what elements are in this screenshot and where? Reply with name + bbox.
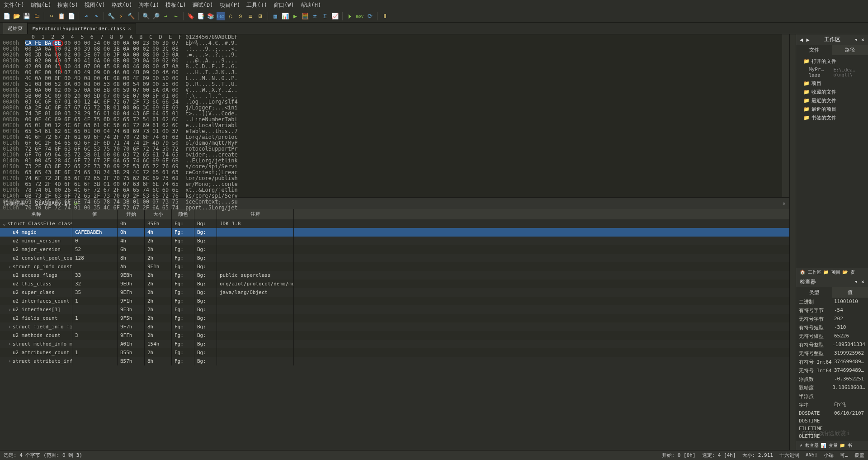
- template-row[interactable]: u2 major_version526h2hFg:Bg:: [0, 245, 789, 254]
- menu-item[interactable]: 模板(L): [165, 1, 186, 9]
- inspector-row[interactable]: 字串Êþº¾: [796, 401, 868, 409]
- inspector-row[interactable]: 无符号整型3199925962: [796, 349, 868, 358]
- close-icon[interactable]: ×: [128, 26, 131, 32]
- tab-project[interactable]: 📁 项目: [823, 269, 840, 275]
- tree-folder[interactable]: 📁打开的文件: [796, 57, 868, 66]
- tree-folder[interactable]: 📁项目: [796, 79, 868, 88]
- table-icon[interactable]: ▦: [271, 12, 279, 20]
- template-row[interactable]: u2 constant_pool_count1288h2hFg:Bg:: [0, 254, 789, 262]
- menu-item[interactable]: 调试(D): [193, 1, 213, 9]
- minimap[interactable]: [789, 34, 796, 450]
- findnext-icon[interactable]: 🔎: [152, 12, 160, 20]
- sum-icon[interactable]: Σ: [321, 12, 329, 20]
- inspector-row[interactable]: 有符号字节-54: [796, 306, 868, 315]
- insp-col-value[interactable]: 值: [832, 287, 868, 298]
- undo-icon[interactable]: ↶: [82, 12, 90, 20]
- goto-icon[interactable]: ➡: [162, 12, 170, 20]
- menu-item[interactable]: 帮助(H): [301, 1, 321, 9]
- menu-item[interactable]: 搜索(S): [57, 1, 78, 9]
- hex-scrollbar[interactable]: [782, 34, 789, 197]
- menu-item[interactable]: 脚本(I): [138, 1, 159, 9]
- menu-item[interactable]: 窗口(W): [274, 1, 294, 9]
- insp-col-type[interactable]: 类型: [796, 287, 832, 298]
- bookmark2-icon[interactable]: 📑: [197, 12, 205, 20]
- chart-icon[interactable]: 📊: [281, 12, 289, 20]
- template-row[interactable]: u2 minor_version04h2hFg:Bg:: [0, 237, 789, 245]
- inspector-row[interactable]: 双精度3.18618608…: [796, 384, 868, 392]
- tool1-icon[interactable]: 🔧: [107, 12, 115, 20]
- template-results-grid[interactable]: 名称值开始大小颜色注释 ⌄struct ClassFile classFile0…: [0, 209, 789, 450]
- step-icon[interactable]: ⏵: [346, 12, 354, 20]
- pause-icon[interactable]: ⏸: [381, 12, 389, 20]
- menu-icon[interactable]: ▾ ×: [854, 279, 864, 285]
- menu-item[interactable]: 视图(V): [85, 1, 105, 9]
- bookmark-icon[interactable]: 🔖: [187, 12, 195, 20]
- tab-workspace[interactable]: 🏠 工作区: [800, 269, 821, 275]
- tree-folder[interactable]: 📁最近的项目: [796, 105, 868, 114]
- copy-icon[interactable]: 📋: [57, 12, 66, 20]
- template-row[interactable]: u2 interfaces_count19F1h2hFg:Bg:: [0, 297, 789, 305]
- inspector-row[interactable]: DOSTIME: [796, 417, 868, 425]
- redo-icon[interactable]: ↷: [92, 12, 100, 20]
- inspector-row[interactable]: 无符号短型65226: [796, 332, 868, 341]
- template-row[interactable]: u2 methods_count39FFh2hFg:Bg:: [0, 331, 789, 340]
- menu-item[interactable]: 工具(T): [246, 1, 267, 9]
- workspace-tree[interactable]: 📁打开的文件MyPr…lassE:\idea…o\mqtt\📁项目📁收藏的文件📁…: [796, 55, 868, 124]
- t1-icon[interactable]: ⎌: [226, 12, 235, 20]
- refresh-icon[interactable]: ⟳: [366, 12, 374, 20]
- grid-icon[interactable]: ⊞: [256, 12, 264, 20]
- tab-file[interactable]: MyProtocolSupportProvider.class×: [28, 23, 136, 34]
- tree-folder[interactable]: 📁书签的文件: [796, 114, 868, 122]
- tab-variables[interactable]: 📊 变量: [821, 442, 838, 449]
- bookmark3-icon[interactable]: 📚: [207, 12, 215, 20]
- menu-item[interactable]: 文件(F): [4, 1, 24, 9]
- goback-icon[interactable]: ⬅: [172, 12, 180, 20]
- template-row[interactable]: u2 attributes_count1B55h2hFg:Bg:: [0, 348, 789, 357]
- bolt-icon[interactable]: ⚡: [117, 12, 125, 20]
- tab-bookmarks[interactable]: 📁 书: [840, 442, 852, 449]
- inspector-row[interactable]: 二进制11001010: [796, 298, 868, 306]
- hex-label-icon[interactable]: Hex: [217, 12, 225, 20]
- tab-inspector[interactable]: ⚡ 检查器: [800, 442, 819, 449]
- menu-item[interactable]: 项目(P): [220, 1, 241, 9]
- inspector-row[interactable]: 浮点数-0.3652251: [796, 375, 868, 384]
- menu-item[interactable]: 格式(O): [112, 1, 132, 9]
- template-row[interactable]: ›struct field_info fields[1]9F7h8hFg:Bg:: [0, 322, 789, 331]
- inspector-row[interactable]: 有符号短型-310: [796, 323, 868, 332]
- ws-tab-files[interactable]: 文件: [796, 45, 832, 55]
- template-row[interactable]: u4 magicCAFEBABEh0h4hFg:Bg:: [0, 228, 789, 237]
- inspector-row[interactable]: DOSDATE06/10/2107: [796, 409, 868, 417]
- calc-icon[interactable]: 🧮: [301, 12, 309, 20]
- template-row[interactable]: u2 fields_count19F5h2hFg:Bg:: [0, 314, 789, 322]
- inspector-row[interactable]: OLETIME: [796, 432, 868, 440]
- tree-file[interactable]: MyPr…lassE:\idea…o\mqtt\: [796, 66, 868, 79]
- menu-icon[interactable]: ▾ ×: [854, 37, 864, 43]
- inspector-row[interactable]: FILETIME: [796, 425, 868, 432]
- tab-start[interactable]: 起始页: [3, 22, 28, 34]
- find-icon[interactable]: 🔍: [142, 12, 150, 20]
- open-icon[interactable]: 📂: [13, 12, 21, 20]
- inspector-row[interactable]: 有符号整型-1095041334: [796, 341, 868, 349]
- new-icon[interactable]: 📄: [3, 12, 11, 20]
- template-row[interactable]: ›struct method_info method…A01h154hFg:Bg…: [0, 340, 789, 348]
- hist-icon[interactable]: 📈: [331, 12, 339, 20]
- ws-tab-paths[interactable]: 路径: [832, 45, 868, 55]
- cut-icon[interactable]: ✂: [47, 12, 56, 20]
- paste-icon[interactable]: 📄: [67, 12, 75, 20]
- inspector-row[interactable]: 无符号 Int64374699489…: [796, 366, 868, 375]
- run-icon[interactable]: ▶: [291, 12, 299, 20]
- saveall-icon[interactable]: 🗂: [33, 12, 41, 20]
- tab-explorer[interactable]: 📂 资: [842, 269, 855, 275]
- t2-icon[interactable]: ⎋: [236, 12, 245, 20]
- template-row[interactable]: u2 super_class359EFh2hFg:Bg:java/lang/Ob…: [0, 288, 789, 297]
- template-row[interactable]: ›struct attribute_info attribut…B57h8hFg…: [0, 357, 789, 365]
- hex-bytes[interactable]: 0 1 2 3 4 5 6 7 8 9 A B C D E F CA FE BA…: [25, 34, 182, 197]
- inspector-grid[interactable]: 二进制11001010有符号字节-54无符号字节202有符号短型-310无符号短…: [796, 298, 868, 441]
- template-row[interactable]: ⌄struct ClassFile classFile0hB5FhFg:Bg:J…: [0, 219, 789, 228]
- template-row[interactable]: ›u2 interfaces[1]9F3h2hFg:Bg:: [0, 305, 789, 314]
- template-row[interactable]: u2 access_flags339EBh2hFg:Bg:public supe…: [0, 271, 789, 280]
- inspector-row[interactable]: 有符号 Int64374699489…: [796, 358, 868, 366]
- menu-item[interactable]: 编辑(E): [31, 1, 52, 9]
- save-icon[interactable]: 💾: [23, 12, 31, 20]
- close-icon[interactable]: ×: [783, 200, 786, 207]
